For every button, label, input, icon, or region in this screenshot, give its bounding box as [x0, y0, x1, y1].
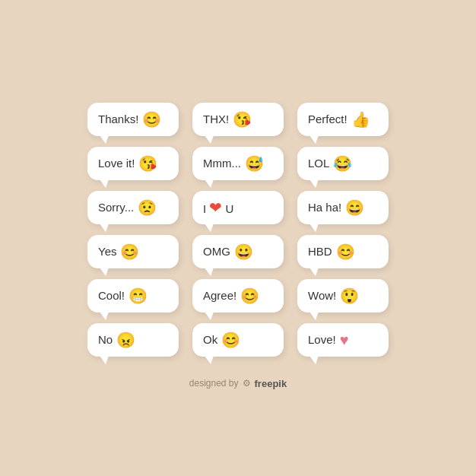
bubble-emoji: 😊 [240, 288, 259, 303]
message-bubble: LOL😂 [297, 147, 389, 180]
bubble-emoji: 😀 [234, 244, 253, 259]
message-bubble: Agree!😊 [192, 279, 284, 313]
bubble-emoji: 😊 [142, 112, 161, 127]
bubble-text: No [98, 333, 113, 346]
message-bubble: Yes😊 [87, 235, 179, 268]
message-bubble: Wow!😲 [297, 279, 389, 313]
message-bubble: No😠 [87, 323, 179, 357]
bubble-emoji: 😘 [233, 112, 252, 127]
bubble-emoji: 😁 [129, 288, 148, 303]
bubble-text: Wow! [308, 289, 336, 302]
freepik-icon: ⚙ [243, 378, 251, 389]
bubble-emoji: 😟 [138, 200, 157, 215]
bubble-text: Yes [98, 245, 116, 258]
message-bubble: Sorry...😟 [87, 191, 179, 224]
message-bubble: Mmm...😅 [192, 147, 284, 180]
message-bubble: Love! ♥ [297, 323, 389, 357]
bubble-emoji: 👍 [351, 112, 370, 127]
footer-text: designed by [189, 378, 239, 389]
bubble-text: Cool! [98, 289, 125, 302]
bubble-emoji: 😂 [333, 156, 352, 171]
bubble-emoji: 😊 [221, 332, 240, 347]
bubble-emoji: 😲 [340, 288, 359, 303]
bubble-emoji: 😅 [245, 156, 264, 171]
footer: designed by ⚙ freepik [189, 378, 287, 389]
message-bubble: OMG😀 [192, 235, 284, 268]
bubble-emoji: 😄 [345, 200, 364, 215]
bubble-emoji: 😊 [120, 244, 139, 259]
message-bubble: I ❤ U [192, 191, 284, 224]
message-bubble: Thanks!😊 [87, 103, 179, 136]
bubble-text: Love! [308, 333, 336, 346]
bubble-text: Ha ha! [308, 201, 341, 214]
message-bubble: Love it!😘 [87, 147, 179, 180]
message-bubble: HBD😊 [297, 235, 389, 268]
bubble-text: Sorry... [98, 201, 134, 214]
message-bubble: Cool!😁 [87, 279, 179, 313]
bubble-text: Agree! [203, 289, 236, 302]
bubble-text: THX! [203, 113, 229, 125]
bubble-text: LOL [308, 157, 329, 170]
message-grid: Thanks!😊THX!😘Perfect!👍Love it!😘Mmm...😅LO… [65, 87, 411, 364]
bubble-emoji: 😘 [138, 156, 157, 171]
message-bubble: THX!😘 [192, 103, 284, 136]
bubble-emoji: 😠 [116, 332, 135, 347]
bubble-text: HBD [308, 245, 332, 258]
bubble-emoji: ♥ [340, 332, 349, 347]
message-bubble: Ha ha!😄 [297, 191, 389, 224]
bubble-text: Mmm... [203, 157, 241, 170]
bubble-text: Ok [203, 333, 217, 346]
bubble-text: Love it! [98, 157, 135, 170]
message-bubble: Ok😊 [192, 323, 284, 357]
bubble-text: Thanks! [98, 113, 138, 125]
freepik-brand: freepik [255, 378, 287, 389]
bubble-emoji: 😊 [336, 244, 355, 259]
bubble-text: I ❤ U [203, 198, 233, 217]
bubble-text: OMG [203, 245, 230, 258]
message-bubble: Perfect!👍 [297, 103, 389, 136]
bubble-text: Perfect! [308, 113, 347, 125]
